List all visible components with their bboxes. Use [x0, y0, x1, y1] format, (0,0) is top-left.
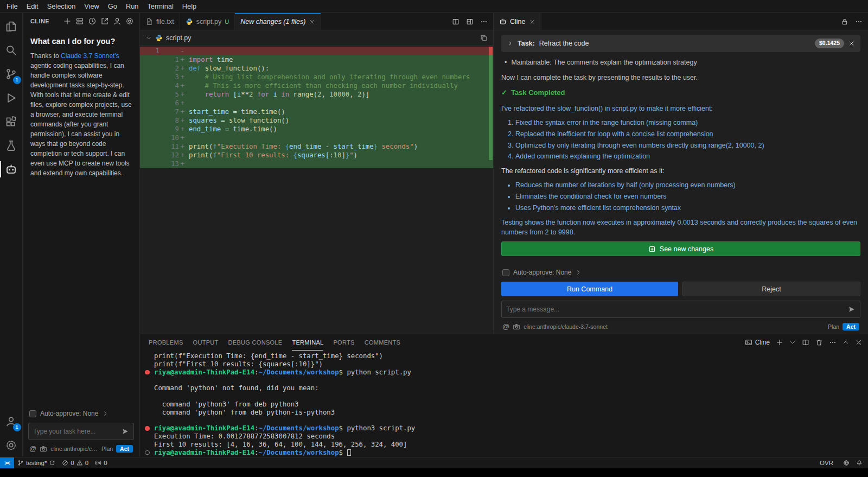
history-icon[interactable]: [88, 17, 97, 26]
chevron-down-icon[interactable]: [145, 35, 152, 41]
reject-button[interactable]: Reject: [682, 282, 860, 296]
run-debug-icon[interactable]: [0, 86, 23, 110]
problems-status[interactable]: 0 0: [59, 457, 92, 468]
diff-file-name: script.py: [166, 34, 192, 42]
panel-tab-debug-console[interactable]: DEBUG CONSOLE: [228, 334, 283, 351]
editor-layout-icon[interactable]: [466, 18, 474, 26]
export-icon[interactable]: [100, 17, 109, 26]
auto-approve-checkbox[interactable]: [502, 269, 509, 276]
tab-cline[interactable]: Cline: [494, 13, 541, 30]
remote-indicator[interactable]: ><: [0, 457, 14, 468]
more-actions-icon[interactable]: [480, 18, 488, 26]
account-icon[interactable]: [113, 17, 122, 26]
close-panel-icon[interactable]: [855, 339, 863, 346]
message-input-field[interactable]: [506, 306, 845, 313]
send-icon[interactable]: [848, 306, 856, 313]
send-icon[interactable]: [122, 428, 129, 435]
run-command-button[interactable]: Run Command: [501, 282, 678, 296]
lock-icon[interactable]: [841, 18, 848, 26]
tab-file-txt[interactable]: file.txt: [140, 13, 180, 30]
task-input[interactable]: [28, 423, 134, 440]
notifications-bell-icon[interactable]: [856, 460, 863, 466]
plan-toggle[interactable]: Plan: [828, 323, 839, 330]
panel-tab-problems[interactable]: PROBLEMS: [149, 334, 183, 351]
settings-gear-icon[interactable]: [0, 433, 23, 457]
command-decoration-error[interactable]: [145, 426, 150, 431]
branch-status[interactable]: testing*: [14, 457, 59, 468]
act-toggle[interactable]: Act: [116, 445, 133, 453]
chevron-right-icon: [507, 40, 513, 47]
settings-icon[interactable]: [125, 17, 134, 26]
screenshot-icon[interactable]: [513, 323, 520, 330]
overview-ruler[interactable]: [488, 46, 493, 334]
new-terminal-icon[interactable]: [776, 339, 783, 346]
split-editor-icon[interactable]: [452, 18, 459, 26]
diff-sign: +: [179, 142, 186, 151]
claude-sonnet-link[interactable]: Claude 3.7 Sonnet's: [61, 52, 119, 60]
auto-approve-row[interactable]: Auto-approve: None: [28, 408, 134, 419]
auto-approve-row[interactable]: Auto-approve: None: [501, 266, 860, 278]
accounts-icon[interactable]: 1: [0, 409, 23, 433]
extensions-icon[interactable]: [0, 110, 23, 133]
more-actions-icon[interactable]: [829, 339, 837, 346]
copy-icon[interactable]: [480, 34, 488, 42]
chevron-down-icon[interactable]: [789, 339, 796, 346]
act-toggle[interactable]: Act: [843, 323, 859, 330]
maximize-panel-icon[interactable]: [843, 339, 849, 346]
terminal-instance-item[interactable]: Cline: [745, 339, 770, 346]
command-decoration-pending[interactable]: [145, 450, 150, 455]
screenshot-icon[interactable]: [40, 445, 47, 453]
search-icon[interactable]: [0, 38, 23, 62]
diff-sign: +: [179, 107, 186, 116]
menu-view[interactable]: View: [80, 1, 104, 11]
auto-approve-checkbox[interactable]: [29, 410, 36, 417]
menu-run[interactable]: Run: [122, 1, 143, 11]
testing-icon[interactable]: [0, 133, 23, 157]
see-new-changes-button[interactable]: See new changes: [501, 241, 860, 256]
task-input-field[interactable]: [33, 428, 118, 435]
panel-tab-comments[interactable]: COMMENTS: [365, 334, 401, 351]
overtype-indicator[interactable]: OVR: [816, 460, 837, 466]
model-selector[interactable]: cline:anthropic/claude...: [50, 446, 98, 452]
panel-tab-output[interactable]: OUTPUT: [193, 334, 219, 351]
globe-icon[interactable]: [843, 460, 850, 466]
task-close-icon[interactable]: [848, 40, 855, 47]
split-terminal-icon[interactable]: [802, 339, 809, 346]
mcp-servers-icon[interactable]: [75, 17, 84, 26]
panel-tab-terminal[interactable]: TERMINAL: [292, 334, 323, 351]
terminal-line: [140, 416, 868, 424]
mention-icon[interactable]: @: [29, 444, 36, 453]
tab-script-py[interactable]: script.py U: [180, 13, 235, 30]
model-selector[interactable]: cline:anthropic/claude-3.7-sonnet: [524, 323, 825, 330]
close-tab-icon[interactable]: [529, 18, 535, 25]
new-task-icon[interactable]: [63, 17, 72, 26]
tab-new-changes[interactable]: New changes (1 files): [235, 13, 321, 30]
command-decoration-error[interactable]: [145, 370, 150, 375]
menu-terminal[interactable]: Terminal: [143, 1, 177, 11]
menu-go[interactable]: Go: [104, 1, 122, 11]
panel-tab-ports[interactable]: PORTS: [333, 334, 354, 351]
terminal-viewport[interactable]: print(f"Execution Time: {end_time - star…: [140, 351, 868, 457]
more-actions-icon[interactable]: [855, 18, 863, 26]
new-line-number: 12: [159, 151, 179, 160]
task-header[interactable]: Task: Refract the code $0.1425: [501, 35, 860, 52]
chat-conversation: Task: Refract the code $0.1425 •Maintain…: [494, 30, 868, 263]
menu-edit[interactable]: Edit: [22, 1, 43, 11]
workbench: 1 1 CLINE What can I do for you? Thanks …: [0, 13, 868, 457]
menu-selection[interactable]: Selection: [43, 1, 80, 11]
source-control-icon[interactable]: 1: [0, 62, 23, 86]
result-bullets-list: Reduces the number of iterations by half…: [501, 180, 860, 212]
terminal-cursor: [347, 449, 351, 456]
message-input[interactable]: [501, 301, 860, 318]
close-tab-icon[interactable]: [309, 18, 315, 25]
cline-icon[interactable]: [0, 157, 23, 181]
explorer-icon[interactable]: [0, 14, 23, 38]
menu-file[interactable]: File: [2, 1, 22, 11]
task-title: Refract the code: [539, 39, 589, 48]
kill-terminal-icon[interactable]: [815, 339, 823, 346]
menu-help[interactable]: Help: [178, 1, 201, 11]
broadcast-status[interactable]: 0: [92, 457, 110, 468]
mention-icon[interactable]: @: [502, 322, 509, 330]
diff-editor[interactable]: 1-1+import time2+def slow_function():3+ …: [140, 46, 493, 334]
plan-toggle[interactable]: Plan: [101, 446, 113, 452]
